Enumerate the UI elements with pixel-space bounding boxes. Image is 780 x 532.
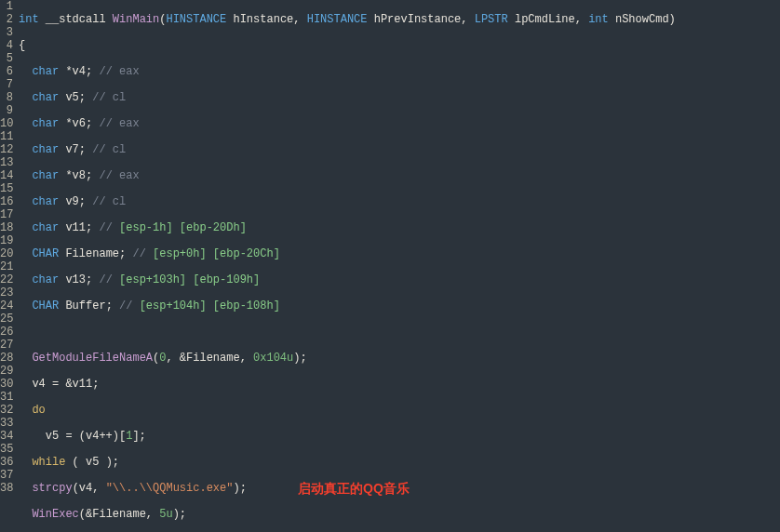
type-keyword: char — [32, 65, 59, 78]
code-text: ( v5 ); — [65, 456, 119, 469]
type-keyword: char — [32, 195, 59, 208]
comment: // eax — [99, 117, 139, 130]
comment: // cl — [92, 143, 126, 156]
code-line[interactable]: char v5; // cl — [19, 91, 780, 104]
type-keyword: HINSTANCE — [166, 13, 226, 26]
code-text: (v4, — [73, 482, 106, 495]
flow-keyword: while — [32, 456, 65, 469]
comment: // cl — [92, 91, 126, 104]
line-number: 37 — [0, 469, 13, 482]
function-call: strcpy — [32, 482, 72, 495]
comment: // eax — [99, 169, 139, 182]
line-number: 6 — [0, 65, 13, 78]
code-text: v11; — [59, 221, 99, 234]
type-keyword: int — [19, 13, 39, 26]
code-text: ); — [293, 352, 306, 365]
line-number: 1 — [0, 0, 13, 13]
type-keyword: LPSTR — [475, 13, 508, 26]
type-keyword: CHAR — [32, 247, 59, 260]
line-number: 28 — [0, 352, 13, 365]
code-text — [19, 195, 32, 208]
code-line[interactable]: CHAR Buffer; // [esp+104h] [ebp-108h] — [19, 299, 780, 313]
type-keyword: char — [32, 169, 59, 182]
code-line[interactable] — [19, 326, 780, 339]
code-text: *v4; — [59, 65, 99, 78]
line-number: 8 — [0, 91, 13, 104]
code-text: Buffer; — [59, 299, 119, 313]
line-number: 7 — [0, 78, 13, 91]
code-line[interactable]: char v11; // [esp-1h] [ebp-20Dh] — [19, 221, 780, 234]
line-number: 25 — [0, 313, 13, 326]
line-number: 3 — [0, 26, 13, 39]
comment-register: [esp-1h] [ebp-20Dh] — [119, 221, 247, 234]
code-text: nShowCmd) — [609, 13, 676, 26]
line-number: 22 — [0, 273, 13, 286]
line-number: 29 — [0, 365, 13, 378]
line-number: 23 — [0, 286, 13, 299]
line-number: 14 — [0, 169, 13, 182]
code-text — [19, 299, 32, 313]
code-text: ); — [173, 508, 186, 521]
line-number: 38 — [0, 482, 13, 495]
comment: // — [99, 221, 119, 234]
annotation-text: 启动真正的QQ音乐 — [298, 482, 410, 495]
code-text: hPrevInstance, — [368, 13, 475, 26]
code-line[interactable]: GetModuleFileNameA(0, &Filename, 0x104u)… — [19, 352, 780, 365]
code-text — [19, 221, 32, 234]
line-number: 16 — [0, 195, 13, 208]
number-literal: 0x104u — [253, 352, 293, 365]
code-text: *v8; — [59, 169, 99, 182]
code-text — [19, 508, 32, 521]
code-text — [19, 456, 32, 469]
code-text — [19, 169, 32, 182]
code-line[interactable]: v4 = &v11; — [19, 378, 780, 391]
code-text — [19, 247, 32, 260]
type-keyword: char — [32, 91, 59, 104]
code-line[interactable]: strcpy(v4, "\\..\\QQMusic.exe");启动真正的QQ音… — [19, 482, 780, 495]
code-text: ]; — [132, 430, 145, 443]
code-text — [19, 91, 32, 104]
line-number: 2 — [0, 13, 13, 26]
code-line[interactable]: do — [19, 404, 780, 417]
line-number: 32 — [0, 404, 13, 417]
code-text — [19, 482, 32, 495]
type-keyword: int — [588, 13, 609, 26]
line-number: 17 — [0, 208, 13, 221]
line-number: 12 — [0, 143, 13, 156]
code-text: Filename; — [59, 247, 132, 260]
code-text — [19, 404, 32, 417]
comment: // eax — [99, 65, 139, 78]
code-line[interactable]: char v9; // cl — [19, 195, 780, 208]
line-number: 27 — [0, 339, 13, 352]
code-line[interactable]: while ( v5 ); — [19, 456, 780, 469]
code-line[interactable]: CHAR Filename; // [esp+0h] [ebp-20Ch] — [19, 247, 780, 260]
code-text: *v6; — [59, 117, 99, 130]
code-text — [19, 352, 32, 365]
code-text: v5 = (v4++)[ — [19, 430, 126, 443]
code-line[interactable]: { — [19, 39, 780, 52]
line-number: 35 — [0, 443, 13, 456]
code-line[interactable]: char v7; // cl — [19, 143, 780, 156]
code-text: v5; — [59, 91, 92, 104]
code-line[interactable]: char *v4; // eax — [19, 65, 780, 78]
code-text: v4 = &v11; — [19, 378, 99, 391]
line-number: 31 — [0, 391, 13, 404]
function-name: WinMain — [113, 13, 159, 26]
code-text — [19, 143, 32, 156]
line-number: 18 — [0, 221, 13, 234]
code-line[interactable]: v5 = (v4++)[1]; — [19, 430, 780, 443]
line-number: 15 — [0, 182, 13, 195]
string-literal: "\\..\\QQMusic.exe" — [106, 482, 234, 495]
flow-keyword: do — [32, 404, 45, 417]
code-line[interactable]: char *v6; // eax — [19, 117, 780, 130]
code-text: { — [19, 39, 25, 52]
code-line[interactable]: int __stdcall WinMain(HINSTANCE hInstanc… — [19, 13, 780, 26]
code-line[interactable]: char v13; // [esp+103h] [ebp-109h] — [19, 273, 780, 286]
code-editor[interactable]: int __stdcall WinMain(HINSTANCE hInstanc… — [17, 0, 780, 532]
code-line[interactable]: WinExec(&Filename, 5u); — [19, 508, 780, 521]
code-text: (&Filename, — [79, 508, 159, 521]
code-line[interactable]: char *v8; // eax — [19, 169, 780, 182]
line-number: 4 — [0, 39, 13, 52]
code-text: v7; — [59, 143, 92, 156]
line-number: 36 — [0, 456, 13, 469]
